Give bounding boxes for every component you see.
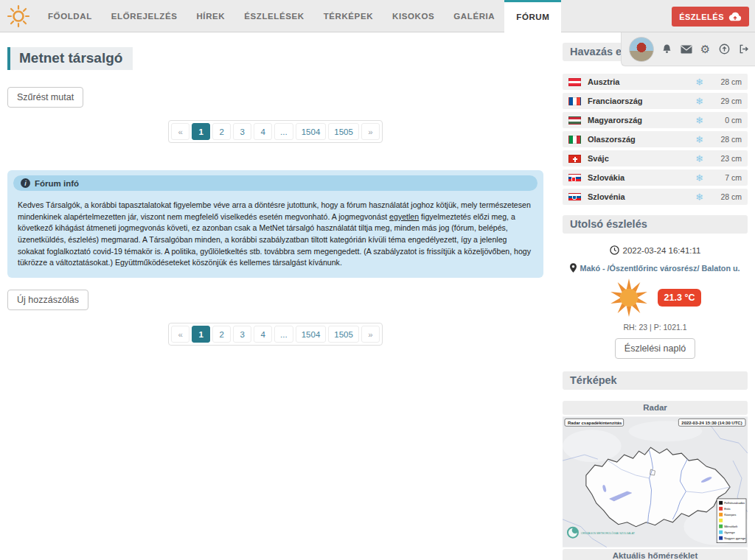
radar-tab[interactable]: Radar bbox=[563, 401, 748, 415]
pagination-page-1505[interactable]: 1505 bbox=[328, 123, 359, 140]
sun-icon bbox=[6, 4, 31, 29]
nav-item-forum-active[interactable]: FÓRUM bbox=[504, 0, 561, 32]
snow-country-list: Ausztria ❄ 28 cm Franciaország ❄ 29 cm M… bbox=[563, 74, 748, 205]
country-row-austria[interactable]: Ausztria ❄ 28 cm bbox=[563, 74, 748, 90]
snowflake-icon: ❄ bbox=[695, 77, 703, 88]
snow-amount: 29 cm bbox=[711, 97, 742, 105]
observe-button[interactable]: ÉSZLELÉS bbox=[672, 7, 749, 27]
country-row-italy[interactable]: Olaszország ❄ 28 cm bbox=[563, 131, 748, 147]
observe-button-label: ÉSZLELÉS bbox=[679, 13, 724, 21]
country-name: Olaszország bbox=[588, 135, 695, 144]
pagination-prev[interactable]: « bbox=[171, 326, 189, 343]
pagination-page-2[interactable]: 2 bbox=[212, 326, 231, 343]
country-name: Magyarország bbox=[588, 116, 695, 125]
bell-icon[interactable] bbox=[661, 43, 673, 55]
temperature-badge: 21.3 °C bbox=[658, 289, 702, 307]
radar-map[interactable]: Radar csapadékintenzitás 2022-03-24 15:3… bbox=[563, 416, 748, 547]
pagination-prev[interactable]: « bbox=[171, 123, 189, 140]
nav-item-hirek[interactable]: HÍREK bbox=[196, 0, 225, 32]
country-row-switzerland[interactable]: Svájc ❄ 23 cm bbox=[563, 150, 748, 167]
country-row-slovenia[interactable]: Szlovénia ❄ 28 cm bbox=[563, 189, 748, 205]
info-icon: i bbox=[21, 178, 30, 188]
clock-icon bbox=[610, 245, 619, 255]
pagination-page-3[interactable]: 3 bbox=[233, 326, 251, 343]
country-name: Ausztria bbox=[588, 77, 695, 86]
france-flag-icon bbox=[568, 97, 581, 105]
observation-weather-row: 21.3 °C bbox=[563, 277, 748, 318]
nav-item-kisokos[interactable]: KISOKOS bbox=[392, 0, 434, 32]
pagination-page-4[interactable]: 4 bbox=[254, 123, 272, 140]
radar-map-timestamp-box: 2022-03-24 15:30 (14:30 UTC) bbox=[678, 419, 745, 426]
gear-icon[interactable]: ⚙ bbox=[699, 43, 711, 55]
sunny-weather-icon bbox=[609, 278, 649, 318]
avatar[interactable] bbox=[629, 37, 654, 62]
current-temperature-tab[interactable]: Aktuális hőmérséklet bbox=[563, 549, 748, 560]
site-logo-sun-icon[interactable] bbox=[6, 4, 31, 29]
country-name: Svájc bbox=[588, 154, 695, 163]
pagination-next[interactable]: » bbox=[361, 326, 380, 343]
forum-info-box: i Fórum infó Kedves Társalgók, a korábbi… bbox=[7, 170, 543, 278]
svg-text:Mérsékelt: Mérsékelt bbox=[724, 525, 738, 528]
pagination-page-1[interactable]: 1 bbox=[192, 326, 210, 343]
observation-time-row: 2022-03-24 16:41:11 bbox=[563, 245, 748, 255]
snowflake-icon: ❄ bbox=[695, 153, 703, 164]
svg-text:2022-03-24 15:30 (14:30 UTC): 2022-03-24 15:30 (14:30 UTC) bbox=[681, 421, 742, 425]
pagination-top: « 1 2 3 4 ... 1504 1505 » bbox=[168, 120, 383, 143]
pagination-bottom: « 1 2 3 4 ... 1504 1505 » bbox=[168, 323, 383, 346]
sidebar: Havazás elő Ausztria ❄ 28 cm Franciaorsz… bbox=[563, 43, 748, 560]
hungary-flag-icon bbox=[568, 116, 581, 125]
country-name: Szlovénia bbox=[588, 192, 695, 201]
svg-text:Erős: Erős bbox=[724, 507, 731, 511]
forum-info-body: Kedves Társalgók, a korábbi tapasztalato… bbox=[18, 200, 533, 269]
new-post-button[interactable]: Új hozzászólás bbox=[7, 290, 88, 310]
nav-item-elorejelzes[interactable]: ELŐREJELZÉS bbox=[111, 0, 178, 32]
country-row-slovakia[interactable]: Szlovákia ❄ 7 cm bbox=[563, 169, 748, 186]
nav-item-eszlelesek[interactable]: ÉSZLELÉSEK bbox=[244, 0, 304, 32]
mail-icon[interactable] bbox=[680, 43, 692, 55]
pagination-page-1504[interactable]: 1504 bbox=[296, 326, 327, 343]
svg-text:Felhőszakadás: Felhőszakadás bbox=[724, 501, 745, 505]
filter-toggle-button[interactable]: Szűrést mutat bbox=[7, 87, 83, 108]
snow-amount: 7 cm bbox=[711, 173, 742, 182]
metnet-forum-page: FŐOLDAL ELŐREJELZÉS HÍREK ÉSZLELÉSEK TÉR… bbox=[0, 0, 755, 560]
country-name: Szlovákia bbox=[588, 173, 695, 182]
upload-circle-icon[interactable] bbox=[718, 43, 731, 55]
pagination-next[interactable]: » bbox=[361, 123, 380, 140]
pagination-page-2[interactable]: 2 bbox=[212, 123, 231, 140]
page-title: Metnet társalgó bbox=[7, 47, 133, 70]
switzerland-flag-icon bbox=[568, 155, 581, 163]
last-observation-panel: 2022-03-24 16:41:11 Makó - /Ószentlőrinc… bbox=[563, 245, 748, 359]
nav-item-galeria[interactable]: GALÉRIA bbox=[453, 0, 495, 32]
svg-text:Radar csapadékintenzitás: Radar csapadékintenzitás bbox=[568, 421, 622, 425]
country-row-france[interactable]: Franciaország ❄ 29 cm bbox=[563, 93, 748, 109]
snow-amount: 28 cm bbox=[711, 77, 742, 86]
nav-item-terkepek[interactable]: TÉRKÉPEK bbox=[324, 0, 373, 32]
observation-location: Makó - /Ószentlőrinc városrész/ Balaton … bbox=[580, 264, 740, 273]
snow-amount: 28 cm bbox=[711, 135, 742, 144]
location-pin-icon bbox=[570, 263, 577, 273]
snowflake-icon: ❄ bbox=[695, 115, 703, 126]
svg-text:Gyenge: Gyenge bbox=[724, 531, 735, 534]
snow-amount: 28 cm bbox=[711, 192, 742, 201]
slovakia-flag-icon bbox=[568, 174, 581, 182]
pagination-page-4[interactable]: 4 bbox=[254, 326, 272, 343]
pagination-ellipsis: ... bbox=[274, 123, 293, 140]
pagination-page-3[interactable]: 3 bbox=[233, 123, 251, 140]
observation-log-button[interactable]: Észlelési napló bbox=[615, 338, 695, 359]
nav-item-fooldal[interactable]: FŐOLDAL bbox=[48, 0, 92, 32]
snow-amount: 0 cm bbox=[711, 116, 742, 125]
top-nav: FŐOLDAL ELŐREJELZÉS HÍREK ÉSZLELÉSEK TÉR… bbox=[0, 0, 755, 32]
svg-text:Nagyon gyenge: Nagyon gyenge bbox=[724, 536, 746, 540]
pagination-page-1504[interactable]: 1504 bbox=[296, 123, 327, 140]
radar-map-title-box: Radar csapadékintenzitás bbox=[565, 419, 624, 426]
cloud-upload-icon bbox=[728, 12, 742, 21]
snowflake-icon: ❄ bbox=[695, 96, 703, 107]
pagination-ellipsis: ... bbox=[274, 326, 293, 343]
pagination-page-1505[interactable]: 1505 bbox=[328, 326, 359, 343]
austria-flag-icon bbox=[568, 78, 581, 86]
pagination-page-1[interactable]: 1 bbox=[192, 123, 210, 140]
logout-icon[interactable] bbox=[737, 43, 750, 55]
country-row-hungary[interactable]: Magyarország ❄ 0 cm bbox=[563, 112, 748, 128]
observation-location-row[interactable]: Makó - /Ószentlőrinc városrész/ Balaton … bbox=[563, 263, 748, 273]
last-observation-heading: Utolsó észlelés bbox=[563, 215, 748, 234]
